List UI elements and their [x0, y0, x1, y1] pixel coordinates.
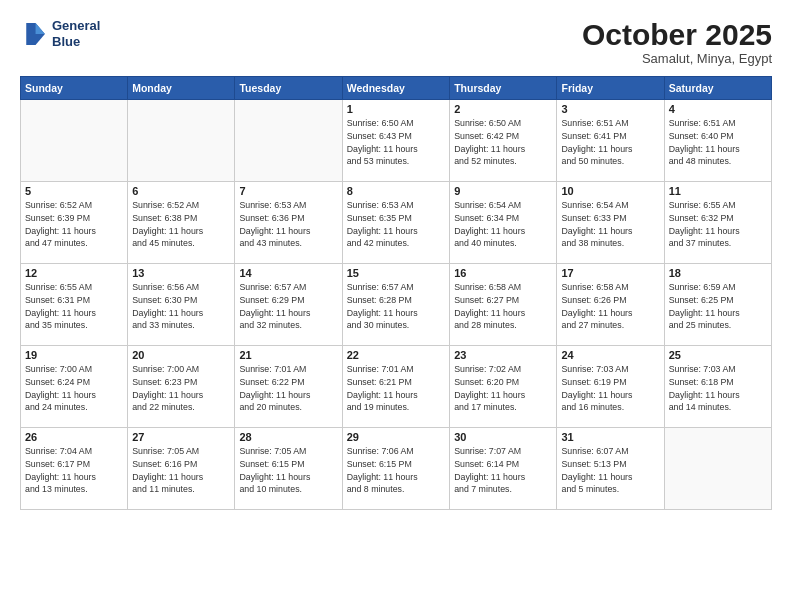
weekday-header-row: SundayMondayTuesdayWednesdayThursdayFrid…	[21, 77, 772, 100]
day-info: Sunrise: 7:05 AM Sunset: 6:15 PM Dayligh…	[239, 445, 337, 496]
calendar-cell: 31Sunrise: 6:07 AM Sunset: 5:13 PM Dayli…	[557, 428, 664, 510]
calendar-cell: 12Sunrise: 6:55 AM Sunset: 6:31 PM Dayli…	[21, 264, 128, 346]
day-info: Sunrise: 6:55 AM Sunset: 6:31 PM Dayligh…	[25, 281, 123, 332]
weekday-header: Sunday	[21, 77, 128, 100]
calendar-cell: 1Sunrise: 6:50 AM Sunset: 6:43 PM Daylig…	[342, 100, 449, 182]
day-info: Sunrise: 7:06 AM Sunset: 6:15 PM Dayligh…	[347, 445, 445, 496]
weekday-header: Tuesday	[235, 77, 342, 100]
calendar-body: 1Sunrise: 6:50 AM Sunset: 6:43 PM Daylig…	[21, 100, 772, 510]
day-number: 17	[561, 267, 659, 279]
calendar-cell: 19Sunrise: 7:00 AM Sunset: 6:24 PM Dayli…	[21, 346, 128, 428]
day-info: Sunrise: 6:07 AM Sunset: 5:13 PM Dayligh…	[561, 445, 659, 496]
day-info: Sunrise: 6:59 AM Sunset: 6:25 PM Dayligh…	[669, 281, 767, 332]
day-number: 30	[454, 431, 552, 443]
day-number: 7	[239, 185, 337, 197]
day-info: Sunrise: 7:04 AM Sunset: 6:17 PM Dayligh…	[25, 445, 123, 496]
day-info: Sunrise: 7:01 AM Sunset: 6:22 PM Dayligh…	[239, 363, 337, 414]
day-info: Sunrise: 6:53 AM Sunset: 6:35 PM Dayligh…	[347, 199, 445, 250]
weekday-header: Thursday	[450, 77, 557, 100]
calendar-cell: 20Sunrise: 7:00 AM Sunset: 6:23 PM Dayli…	[128, 346, 235, 428]
day-info: Sunrise: 6:53 AM Sunset: 6:36 PM Dayligh…	[239, 199, 337, 250]
calendar-week-row: 1Sunrise: 6:50 AM Sunset: 6:43 PM Daylig…	[21, 100, 772, 182]
day-number: 13	[132, 267, 230, 279]
calendar-cell: 15Sunrise: 6:57 AM Sunset: 6:28 PM Dayli…	[342, 264, 449, 346]
calendar-cell: 9Sunrise: 6:54 AM Sunset: 6:34 PM Daylig…	[450, 182, 557, 264]
calendar-week-row: 12Sunrise: 6:55 AM Sunset: 6:31 PM Dayli…	[21, 264, 772, 346]
title-block: October 2025 Samalut, Minya, Egypt	[582, 18, 772, 66]
day-info: Sunrise: 7:07 AM Sunset: 6:14 PM Dayligh…	[454, 445, 552, 496]
day-info: Sunrise: 6:51 AM Sunset: 6:40 PM Dayligh…	[669, 117, 767, 168]
calendar-cell: 8Sunrise: 6:53 AM Sunset: 6:35 PM Daylig…	[342, 182, 449, 264]
calendar-week-row: 19Sunrise: 7:00 AM Sunset: 6:24 PM Dayli…	[21, 346, 772, 428]
day-info: Sunrise: 6:57 AM Sunset: 6:29 PM Dayligh…	[239, 281, 337, 332]
day-info: Sunrise: 6:51 AM Sunset: 6:41 PM Dayligh…	[561, 117, 659, 168]
svg-marker-1	[36, 23, 45, 34]
calendar-cell	[21, 100, 128, 182]
day-number: 23	[454, 349, 552, 361]
calendar-cell: 30Sunrise: 7:07 AM Sunset: 6:14 PM Dayli…	[450, 428, 557, 510]
day-info: Sunrise: 7:02 AM Sunset: 6:20 PM Dayligh…	[454, 363, 552, 414]
day-number: 15	[347, 267, 445, 279]
calendar-cell	[128, 100, 235, 182]
calendar-cell: 22Sunrise: 7:01 AM Sunset: 6:21 PM Dayli…	[342, 346, 449, 428]
day-number: 20	[132, 349, 230, 361]
logo: General Blue	[20, 18, 100, 49]
day-number: 6	[132, 185, 230, 197]
day-number: 3	[561, 103, 659, 115]
day-number: 5	[25, 185, 123, 197]
day-number: 2	[454, 103, 552, 115]
calendar-cell: 17Sunrise: 6:58 AM Sunset: 6:26 PM Dayli…	[557, 264, 664, 346]
day-info: Sunrise: 7:05 AM Sunset: 6:16 PM Dayligh…	[132, 445, 230, 496]
month-title: October 2025	[582, 18, 772, 51]
calendar-cell: 24Sunrise: 7:03 AM Sunset: 6:19 PM Dayli…	[557, 346, 664, 428]
logo-icon	[20, 20, 48, 48]
day-number: 10	[561, 185, 659, 197]
day-info: Sunrise: 6:52 AM Sunset: 6:39 PM Dayligh…	[25, 199, 123, 250]
calendar-cell: 5Sunrise: 6:52 AM Sunset: 6:39 PM Daylig…	[21, 182, 128, 264]
calendar-cell: 27Sunrise: 7:05 AM Sunset: 6:16 PM Dayli…	[128, 428, 235, 510]
day-number: 25	[669, 349, 767, 361]
day-number: 12	[25, 267, 123, 279]
location-subtitle: Samalut, Minya, Egypt	[582, 51, 772, 66]
calendar-cell: 3Sunrise: 6:51 AM Sunset: 6:41 PM Daylig…	[557, 100, 664, 182]
logo-line2: Blue	[52, 34, 100, 50]
day-number: 28	[239, 431, 337, 443]
calendar-cell: 11Sunrise: 6:55 AM Sunset: 6:32 PM Dayli…	[664, 182, 771, 264]
calendar-cell: 6Sunrise: 6:52 AM Sunset: 6:38 PM Daylig…	[128, 182, 235, 264]
weekday-header: Monday	[128, 77, 235, 100]
calendar-cell: 7Sunrise: 6:53 AM Sunset: 6:36 PM Daylig…	[235, 182, 342, 264]
calendar-cell: 2Sunrise: 6:50 AM Sunset: 6:42 PM Daylig…	[450, 100, 557, 182]
day-info: Sunrise: 7:00 AM Sunset: 6:23 PM Dayligh…	[132, 363, 230, 414]
calendar-cell: 13Sunrise: 6:56 AM Sunset: 6:30 PM Dayli…	[128, 264, 235, 346]
day-number: 18	[669, 267, 767, 279]
day-number: 16	[454, 267, 552, 279]
calendar-cell: 26Sunrise: 7:04 AM Sunset: 6:17 PM Dayli…	[21, 428, 128, 510]
calendar-cell	[664, 428, 771, 510]
calendar-cell: 25Sunrise: 7:03 AM Sunset: 6:18 PM Dayli…	[664, 346, 771, 428]
day-number: 1	[347, 103, 445, 115]
day-number: 9	[454, 185, 552, 197]
day-number: 31	[561, 431, 659, 443]
calendar-cell: 28Sunrise: 7:05 AM Sunset: 6:15 PM Dayli…	[235, 428, 342, 510]
day-number: 21	[239, 349, 337, 361]
day-info: Sunrise: 6:55 AM Sunset: 6:32 PM Dayligh…	[669, 199, 767, 250]
page: General Blue October 2025 Samalut, Minya…	[0, 0, 792, 612]
day-number: 4	[669, 103, 767, 115]
day-info: Sunrise: 7:03 AM Sunset: 6:18 PM Dayligh…	[669, 363, 767, 414]
day-info: Sunrise: 6:50 AM Sunset: 6:43 PM Dayligh…	[347, 117, 445, 168]
day-number: 27	[132, 431, 230, 443]
day-info: Sunrise: 6:58 AM Sunset: 6:27 PM Dayligh…	[454, 281, 552, 332]
header: General Blue October 2025 Samalut, Minya…	[20, 18, 772, 66]
day-number: 14	[239, 267, 337, 279]
weekday-header: Saturday	[664, 77, 771, 100]
calendar-week-row: 26Sunrise: 7:04 AM Sunset: 6:17 PM Dayli…	[21, 428, 772, 510]
day-number: 19	[25, 349, 123, 361]
calendar-cell: 16Sunrise: 6:58 AM Sunset: 6:27 PM Dayli…	[450, 264, 557, 346]
day-info: Sunrise: 6:52 AM Sunset: 6:38 PM Dayligh…	[132, 199, 230, 250]
day-info: Sunrise: 7:03 AM Sunset: 6:19 PM Dayligh…	[561, 363, 659, 414]
calendar-cell: 18Sunrise: 6:59 AM Sunset: 6:25 PM Dayli…	[664, 264, 771, 346]
calendar-cell: 23Sunrise: 7:02 AM Sunset: 6:20 PM Dayli…	[450, 346, 557, 428]
logo-line1: General	[52, 18, 100, 34]
day-info: Sunrise: 6:54 AM Sunset: 6:34 PM Dayligh…	[454, 199, 552, 250]
day-info: Sunrise: 6:58 AM Sunset: 6:26 PM Dayligh…	[561, 281, 659, 332]
